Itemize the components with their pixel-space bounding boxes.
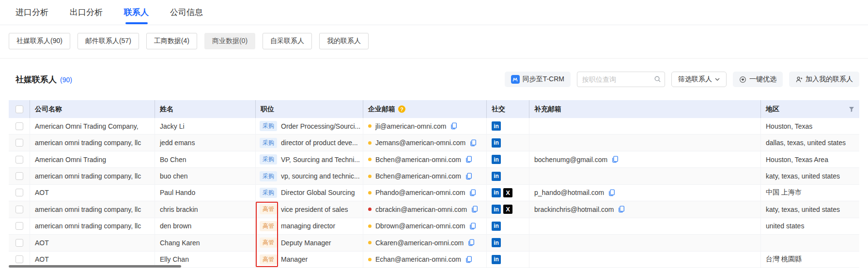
tab-contacts[interactable]: 联系人 (124, 0, 149, 25)
contact-source-filterbar: 社媒联系人(90) 邮件联系人(57) 工商数据(4) 商业数据(0) 自采联系… (0, 25, 868, 59)
tcrm-logo-icon (511, 75, 520, 84)
region-cell: katy, texas, united states (761, 201, 859, 217)
section-header-row: 社媒联系人 (90) 同步至T-CRM 筛选联系人 一键优选 (0, 59, 868, 100)
contact-name-cell: buo chen (155, 168, 256, 184)
filter-my-contacts[interactable]: 我的联系人 (319, 33, 369, 49)
header-extra-email: 补充邮箱 (529, 100, 761, 118)
job-title-cell: 采购Order Processing/Sourci... (256, 118, 363, 134)
extra-email-cell: p_hando@hotmail.com (529, 185, 761, 201)
x-twitter-icon[interactable]: X (503, 205, 512, 214)
help-icon[interactable]: ? (398, 105, 405, 113)
job-title-cell: 高管managing director (256, 218, 363, 234)
job-title-cell: 采购Director Global Sourcing (256, 185, 363, 201)
role-tag: 采购 (260, 121, 277, 131)
copy-icon[interactable] (450, 122, 457, 130)
region-cell: united states (761, 218, 859, 234)
x-twitter-icon[interactable]: X (503, 188, 512, 197)
company-name-cell: AOT (30, 235, 155, 251)
region-filter-funnel-icon[interactable] (849, 106, 854, 112)
table-row: american omni trading company, llcchris … (9, 201, 859, 218)
linkedin-icon[interactable]: in (492, 121, 501, 131)
row-checkbox[interactable] (16, 206, 23, 213)
row-checkbox[interactable] (16, 156, 23, 164)
row-checkbox[interactable] (16, 222, 23, 230)
extra-email-cell (529, 235, 761, 251)
region-cell: Houston, Texas (761, 118, 859, 134)
company-email-cell: Ckaren@american-omni.com (363, 235, 487, 251)
row-checkbox[interactable] (16, 122, 23, 130)
row-checkbox[interactable] (16, 255, 23, 263)
search-icon[interactable] (654, 75, 661, 83)
linkedin-icon[interactable]: in (492, 238, 501, 247)
contact-name-cell: Bo Chen (155, 151, 256, 167)
select-all-checkbox[interactable] (16, 105, 23, 113)
copy-icon[interactable] (469, 189, 476, 196)
filter-self-collected[interactable]: 自采联系人 (263, 33, 312, 49)
table-row: American Omni TradingBo Chen采购VP, Sourci… (9, 151, 859, 168)
search-input[interactable] (577, 72, 665, 87)
company-email-cell: Phando@american-omni.com (363, 185, 487, 201)
company-name-cell: AOT (30, 185, 155, 201)
tab-company-info[interactable]: 公司信息 (170, 0, 203, 25)
add-to-my-contacts-label: 加入我的联系人 (806, 75, 853, 84)
search-by-title-box (577, 72, 665, 87)
linkedin-icon[interactable]: in (492, 205, 501, 214)
copy-icon[interactable] (469, 139, 477, 147)
linkedin-icon[interactable]: in (492, 255, 501, 264)
copy-icon[interactable] (618, 206, 625, 213)
copy-icon[interactable] (465, 173, 472, 180)
row-checkbox[interactable] (16, 239, 23, 247)
row-checkbox[interactable] (16, 139, 23, 147)
social-cell: inX (487, 201, 529, 217)
extra-email-cell (529, 168, 761, 184)
copy-icon[interactable] (465, 256, 472, 263)
header-checkbox-cell (9, 100, 30, 118)
filter-business-registry[interactable]: 工商数据(4) (146, 33, 197, 49)
copy-icon[interactable] (608, 189, 615, 196)
email-status-dot (368, 224, 372, 228)
add-to-my-contacts-button[interactable]: 加入我的联系人 (789, 72, 859, 87)
job-title-cell: 高管Manager (256, 252, 363, 268)
tab-import-analysis[interactable]: 进口分析 (16, 0, 48, 25)
filter-contacts-label: 筛选联系人 (678, 75, 712, 84)
filter-commercial-data[interactable]: 商业数据(0) (204, 33, 255, 49)
email-status-dot (368, 191, 372, 194)
sync-to-tcrm-button[interactable]: 同步至T-CRM (505, 72, 571, 87)
linkedin-icon[interactable]: in (492, 172, 501, 181)
social-cell: inX (487, 185, 529, 201)
social-cell: in (487, 235, 529, 251)
linkedin-icon[interactable]: in (492, 155, 501, 164)
copy-icon[interactable] (471, 206, 478, 213)
filter-email-contacts[interactable]: 邮件联系人(57) (78, 33, 139, 49)
job-title-cell: 采购director of product deve... (256, 134, 363, 150)
contact-name-cell: Chang Karen (155, 235, 256, 251)
company-email-cell: jli@american-omni.com (363, 118, 487, 134)
linkedin-icon[interactable]: in (492, 138, 501, 148)
linkedin-icon[interactable]: in (492, 188, 501, 197)
tab-export-analysis[interactable]: 出口分析 (70, 0, 103, 25)
company-name-cell: American Omni Trading (30, 151, 155, 167)
copy-icon[interactable] (465, 156, 472, 163)
table-row: AOTPaul Hando采购Director Global SourcingP… (9, 185, 859, 201)
filter-contacts-dropdown[interactable]: 筛选联系人 (671, 72, 727, 87)
copy-icon[interactable] (469, 223, 476, 230)
email-status-dot (368, 158, 372, 161)
one-click-optimize-button[interactable]: 一键优选 (733, 72, 783, 87)
top-tab-bar: 进口分析 出口分析 联系人 公司信息 (0, 0, 868, 25)
region-cell: katy, texas, united states (761, 168, 859, 184)
horizontal-scrollbar-thumb[interactable] (9, 265, 181, 268)
filter-social-contacts[interactable]: 社媒联系人(90) (9, 33, 70, 49)
copy-icon[interactable] (611, 156, 619, 163)
header-region: 地区 (761, 100, 859, 118)
company-email-cell: cbrackin@american-omni.com (363, 201, 487, 217)
email-status-dot (368, 208, 372, 211)
row-checkbox[interactable] (16, 172, 23, 180)
copy-icon[interactable] (467, 239, 475, 246)
table-toolbar: 同步至T-CRM 筛选联系人 一键优选 加入我的联系人 (505, 72, 859, 87)
contact-name-cell: chris brackin (155, 201, 256, 217)
favorite-badge-icon (739, 76, 746, 83)
row-checkbox[interactable] (16, 189, 23, 196)
region-cell: 中国 上海市 (761, 185, 859, 201)
sync-to-tcrm-label: 同步至T-CRM (523, 75, 564, 84)
linkedin-icon[interactable]: in (492, 222, 501, 231)
